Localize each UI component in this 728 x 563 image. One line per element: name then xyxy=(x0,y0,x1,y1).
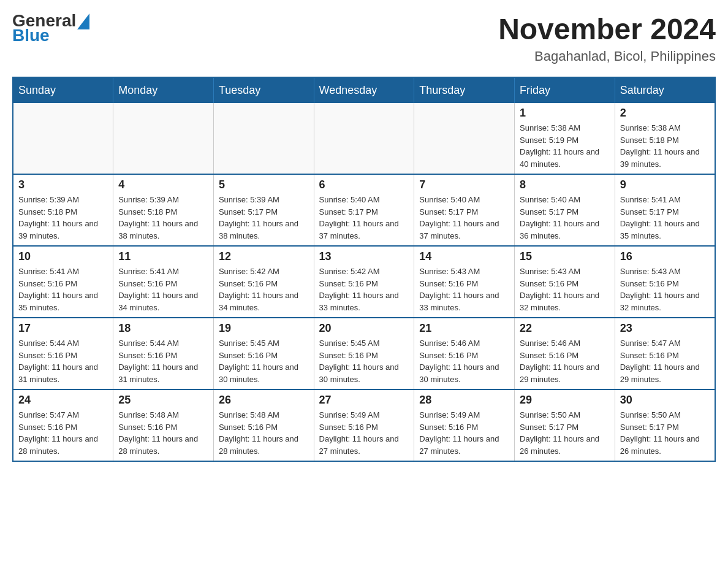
day-number: 10 xyxy=(18,250,108,263)
day-info: Sunrise: 5:43 AMSunset: 5:16 PMDaylight:… xyxy=(620,266,710,313)
calendar-cell: 17Sunrise: 5:44 AMSunset: 5:16 PMDayligh… xyxy=(13,318,113,389)
month-title: November 2024 xyxy=(498,12,716,46)
day-number: 12 xyxy=(219,250,309,263)
weekday-header-saturday: Saturday xyxy=(615,77,715,103)
day-number: 11 xyxy=(118,250,208,263)
calendar-cell: 23Sunrise: 5:47 AMSunset: 5:16 PMDayligh… xyxy=(615,318,715,389)
day-number: 16 xyxy=(620,250,710,263)
day-info: Sunrise: 5:43 AMSunset: 5:16 PMDaylight:… xyxy=(419,266,509,313)
page-header: General Blue November 2024 Bagahanlad, B… xyxy=(12,12,716,64)
day-number: 25 xyxy=(118,394,208,407)
calendar-cell: 15Sunrise: 5:43 AMSunset: 5:16 PMDayligh… xyxy=(515,246,615,318)
calendar-cell xyxy=(414,103,515,174)
day-info: Sunrise: 5:41 AMSunset: 5:16 PMDaylight:… xyxy=(118,266,208,313)
calendar-cell: 1Sunrise: 5:38 AMSunset: 5:19 PMDaylight… xyxy=(515,103,615,174)
day-number: 1 xyxy=(520,107,610,120)
day-info: Sunrise: 5:43 AMSunset: 5:16 PMDaylight:… xyxy=(520,266,610,313)
day-info: Sunrise: 5:42 AMSunset: 5:16 PMDaylight:… xyxy=(219,266,309,313)
day-number: 23 xyxy=(620,322,710,335)
day-number: 7 xyxy=(419,178,509,191)
calendar-cell: 30Sunrise: 5:50 AMSunset: 5:17 PMDayligh… xyxy=(615,389,715,461)
calendar-cell xyxy=(113,103,214,174)
day-info: Sunrise: 5:49 AMSunset: 5:16 PMDaylight:… xyxy=(319,409,409,457)
calendar-cell: 16Sunrise: 5:43 AMSunset: 5:16 PMDayligh… xyxy=(615,246,715,318)
day-info: Sunrise: 5:40 AMSunset: 5:17 PMDaylight:… xyxy=(319,194,409,242)
day-number: 6 xyxy=(319,178,409,191)
calendar-week-row: 1Sunrise: 5:38 AMSunset: 5:19 PMDaylight… xyxy=(13,103,715,174)
day-number: 30 xyxy=(620,394,710,407)
day-info: Sunrise: 5:48 AMSunset: 5:16 PMDaylight:… xyxy=(118,409,208,457)
weekday-header-sunday: Sunday xyxy=(13,77,113,103)
calendar-cell: 11Sunrise: 5:41 AMSunset: 5:16 PMDayligh… xyxy=(113,246,214,318)
calendar-header-row: SundayMondayTuesdayWednesdayThursdayFrid… xyxy=(13,77,715,103)
day-number: 20 xyxy=(319,322,409,335)
day-info: Sunrise: 5:47 AMSunset: 5:16 PMDaylight:… xyxy=(18,409,108,457)
logo: General Blue xyxy=(12,12,89,44)
day-number: 21 xyxy=(419,322,509,335)
day-info: Sunrise: 5:50 AMSunset: 5:17 PMDaylight:… xyxy=(520,409,610,457)
calendar-cell: 8Sunrise: 5:40 AMSunset: 5:17 PMDaylight… xyxy=(515,174,615,246)
day-number: 8 xyxy=(520,178,610,191)
day-info: Sunrise: 5:39 AMSunset: 5:18 PMDaylight:… xyxy=(18,194,108,242)
weekday-header-wednesday: Wednesday xyxy=(314,77,414,103)
logo-blue-text: Blue xyxy=(12,27,89,44)
weekday-header-tuesday: Tuesday xyxy=(213,77,314,103)
day-number: 29 xyxy=(520,394,610,407)
calendar-cell: 9Sunrise: 5:41 AMSunset: 5:17 PMDaylight… xyxy=(615,174,715,246)
day-info: Sunrise: 5:47 AMSunset: 5:16 PMDaylight:… xyxy=(620,337,710,385)
calendar-cell: 14Sunrise: 5:43 AMSunset: 5:16 PMDayligh… xyxy=(414,246,515,318)
calendar-week-row: 17Sunrise: 5:44 AMSunset: 5:16 PMDayligh… xyxy=(13,318,715,389)
calendar-cell: 28Sunrise: 5:49 AMSunset: 5:16 PMDayligh… xyxy=(414,389,515,461)
calendar-cell: 10Sunrise: 5:41 AMSunset: 5:16 PMDayligh… xyxy=(13,246,113,318)
day-info: Sunrise: 5:44 AMSunset: 5:16 PMDaylight:… xyxy=(118,337,208,385)
day-info: Sunrise: 5:40 AMSunset: 5:17 PMDaylight:… xyxy=(419,194,509,242)
calendar-cell: 21Sunrise: 5:46 AMSunset: 5:16 PMDayligh… xyxy=(414,318,515,389)
calendar-cell: 6Sunrise: 5:40 AMSunset: 5:17 PMDaylight… xyxy=(314,174,414,246)
day-number: 5 xyxy=(219,178,309,191)
day-info: Sunrise: 5:46 AMSunset: 5:16 PMDaylight:… xyxy=(419,337,509,385)
calendar-cell: 12Sunrise: 5:42 AMSunset: 5:16 PMDayligh… xyxy=(213,246,314,318)
location-title: Bagahanlad, Bicol, Philippines xyxy=(498,48,716,64)
day-number: 17 xyxy=(18,322,108,335)
calendar-cell: 29Sunrise: 5:50 AMSunset: 5:17 PMDayligh… xyxy=(515,389,615,461)
day-info: Sunrise: 5:45 AMSunset: 5:16 PMDaylight:… xyxy=(219,337,309,385)
calendar-cell xyxy=(13,103,113,174)
calendar-week-row: 10Sunrise: 5:41 AMSunset: 5:16 PMDayligh… xyxy=(13,246,715,318)
day-info: Sunrise: 5:44 AMSunset: 5:16 PMDaylight:… xyxy=(18,337,108,385)
day-info: Sunrise: 5:38 AMSunset: 5:18 PMDaylight:… xyxy=(620,122,710,170)
day-number: 3 xyxy=(18,178,108,191)
day-number: 22 xyxy=(520,322,610,335)
day-number: 18 xyxy=(118,322,208,335)
calendar-table: SundayMondayTuesdayWednesdayThursdayFrid… xyxy=(12,77,716,462)
day-info: Sunrise: 5:49 AMSunset: 5:16 PMDaylight:… xyxy=(419,409,509,457)
day-info: Sunrise: 5:39 AMSunset: 5:17 PMDaylight:… xyxy=(219,194,309,242)
day-number: 2 xyxy=(620,107,710,120)
day-info: Sunrise: 5:50 AMSunset: 5:17 PMDaylight:… xyxy=(620,409,710,457)
calendar-cell: 19Sunrise: 5:45 AMSunset: 5:16 PMDayligh… xyxy=(213,318,314,389)
day-number: 14 xyxy=(419,250,509,263)
calendar-cell: 22Sunrise: 5:46 AMSunset: 5:16 PMDayligh… xyxy=(515,318,615,389)
calendar-cell: 5Sunrise: 5:39 AMSunset: 5:17 PMDaylight… xyxy=(213,174,314,246)
calendar-cell: 20Sunrise: 5:45 AMSunset: 5:16 PMDayligh… xyxy=(314,318,414,389)
calendar-cell: 7Sunrise: 5:40 AMSunset: 5:17 PMDaylight… xyxy=(414,174,515,246)
day-info: Sunrise: 5:39 AMSunset: 5:18 PMDaylight:… xyxy=(118,194,208,242)
day-info: Sunrise: 5:41 AMSunset: 5:17 PMDaylight:… xyxy=(620,194,710,242)
day-number: 4 xyxy=(118,178,208,191)
calendar-cell: 26Sunrise: 5:48 AMSunset: 5:16 PMDayligh… xyxy=(213,389,314,461)
title-section: November 2024 Bagahanlad, Bicol, Philipp… xyxy=(498,12,716,64)
weekday-header-monday: Monday xyxy=(113,77,214,103)
day-number: 13 xyxy=(319,250,409,263)
day-info: Sunrise: 5:38 AMSunset: 5:19 PMDaylight:… xyxy=(520,122,610,170)
day-number: 9 xyxy=(620,178,710,191)
day-number: 15 xyxy=(520,250,610,263)
calendar-cell: 18Sunrise: 5:44 AMSunset: 5:16 PMDayligh… xyxy=(113,318,214,389)
calendar-cell: 4Sunrise: 5:39 AMSunset: 5:18 PMDaylight… xyxy=(113,174,214,246)
weekday-header-friday: Friday xyxy=(515,77,615,103)
calendar-cell: 2Sunrise: 5:38 AMSunset: 5:18 PMDaylight… xyxy=(615,103,715,174)
day-info: Sunrise: 5:42 AMSunset: 5:16 PMDaylight:… xyxy=(319,266,409,313)
weekday-header-thursday: Thursday xyxy=(414,77,515,103)
day-info: Sunrise: 5:45 AMSunset: 5:16 PMDaylight:… xyxy=(319,337,409,385)
calendar-cell: 13Sunrise: 5:42 AMSunset: 5:16 PMDayligh… xyxy=(314,246,414,318)
day-number: 27 xyxy=(319,394,409,407)
calendar-week-row: 24Sunrise: 5:47 AMSunset: 5:16 PMDayligh… xyxy=(13,389,715,461)
